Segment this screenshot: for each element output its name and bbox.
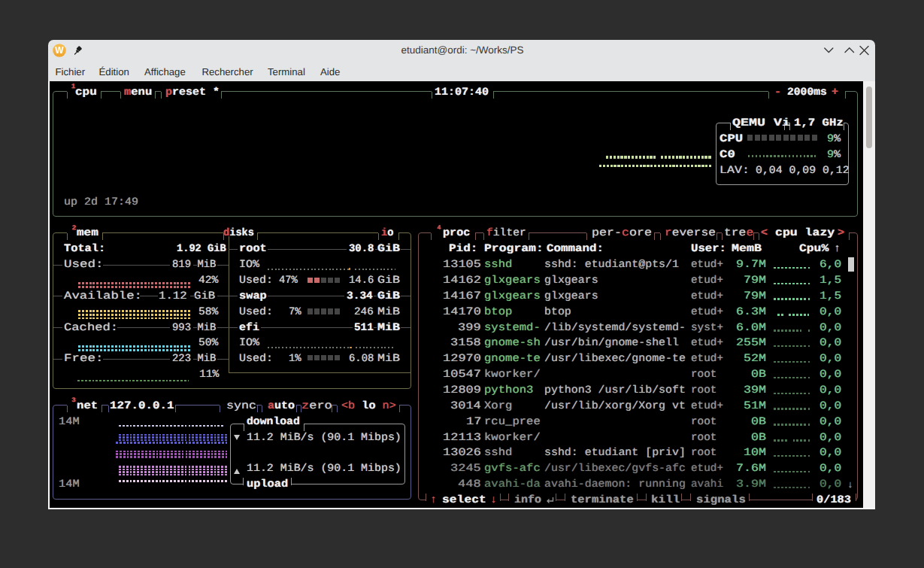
- svg-text:W: W: [56, 45, 65, 56]
